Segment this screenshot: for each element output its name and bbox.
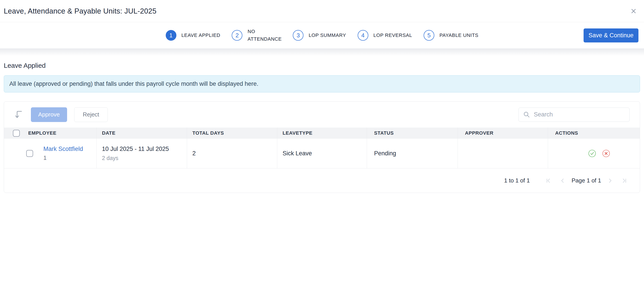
step-lop-summary[interactable]: 3 LOP SUMMARY	[293, 30, 346, 41]
x-circle-icon	[602, 150, 610, 157]
step-4-circle: 4	[358, 30, 368, 41]
last-page-button[interactable]	[622, 178, 627, 183]
date-range: 10 Jul 2025 - 11 Jul 2025	[102, 146, 187, 152]
row-checkbox[interactable]	[26, 150, 33, 157]
table-row: Mark Scottfield 1 10 Jul 2025 - 11 Jul 2…	[4, 139, 640, 168]
step-4-label: LOP REVERSAL	[374, 32, 412, 39]
reject-row-button[interactable]	[602, 150, 610, 157]
approve-button[interactable]: Approve	[31, 107, 67, 122]
header-employee-label: EMPLOYEE	[28, 130, 56, 136]
step-payable-units[interactable]: 5 PAYABLE UNITS	[424, 30, 478, 41]
header-date: DATE	[97, 128, 187, 139]
table-header-row: EMPLOYEE DATE TOTAL DAYS LEAVETYPE STATU…	[4, 128, 640, 139]
sort-button[interactable]	[15, 110, 22, 119]
cell-date: 10 Jul 2025 - 11 Jul 2025 2 days	[97, 139, 187, 168]
employee-name-link[interactable]: Mark Scottfield	[43, 146, 83, 152]
leave-table-panel: Approve Reject EMPLOYEE DATE TOTAL DAY	[4, 101, 640, 193]
search-icon	[523, 111, 530, 118]
cell-total-days: 2	[187, 139, 277, 168]
step-3-label: LOP SUMMARY	[308, 32, 346, 39]
cell-employee: Mark Scottfield 1	[4, 139, 97, 168]
employee-id: 1	[43, 154, 83, 161]
cell-leavetype: Sick Leave	[277, 139, 367, 168]
header-status: STATUS	[367, 128, 458, 139]
header-total-days: TOTAL DAYS	[187, 128, 277, 139]
table-toolbar: Approve Reject	[4, 102, 640, 128]
info-banner: All leave (approved or pending) that fal…	[4, 75, 640, 92]
step-1-circle: 1	[166, 30, 176, 41]
last-page-icon	[622, 178, 627, 183]
stepper-bar: 1 LEAVE APPLIED 2 NO ATTENDANCE 3 LOP SU…	[0, 22, 644, 48]
step-2-label: NO ATTENDANCE	[248, 28, 281, 43]
pagination-bar: 1 to 1 of 1 Page 1 of 1	[4, 168, 640, 193]
step-5-circle: 5	[424, 30, 434, 41]
header-actions: ACTIONS	[548, 128, 640, 139]
prev-page-button[interactable]	[560, 178, 565, 183]
section-heading: Leave Applied	[4, 62, 640, 69]
sort-descending-icon	[15, 110, 22, 119]
step-5-label: PAYABLE UNITS	[440, 32, 478, 39]
info-banner-text: All leave (approved or pending) that fal…	[9, 80, 258, 87]
leave-attendance-modal: Leave, Attendance & Payable Units: JUL-2…	[0, 0, 644, 193]
search-input[interactable]	[518, 108, 630, 122]
header-shadow	[0, 48, 644, 56]
header-employee: EMPLOYEE	[4, 128, 97, 139]
stepper: 1 LEAVE APPLIED 2 NO ATTENDANCE 3 LOP SU…	[166, 28, 478, 43]
header-leavetype: LEAVETYPE	[277, 128, 367, 139]
save-continue-button[interactable]: Save & Continue	[584, 28, 638, 42]
check-circle-icon	[588, 150, 596, 157]
first-page-icon	[545, 178, 551, 183]
first-page-button[interactable]	[545, 178, 551, 183]
step-2-circle: 2	[232, 30, 242, 41]
pagination-page-text: Page 1 of 1	[572, 177, 601, 184]
approve-row-button[interactable]	[588, 150, 596, 157]
modal-titlebar: Leave, Attendance & Payable Units: JUL-2…	[0, 0, 644, 22]
step-no-attendance[interactable]: 2 NO ATTENDANCE	[232, 28, 281, 43]
select-all-checkbox[interactable]	[13, 130, 20, 137]
header-approver: APPROVER	[458, 128, 548, 139]
chevron-left-icon	[560, 178, 565, 183]
step-1-label: LEAVE APPLIED	[182, 32, 220, 39]
reject-button[interactable]: Reject	[74, 107, 108, 122]
step-lop-reversal[interactable]: 4 LOP REVERSAL	[358, 30, 412, 41]
page-title: Leave, Attendance & Payable Units: JUL-2…	[4, 7, 630, 15]
close-button[interactable]	[630, 7, 637, 15]
cell-status: Pending	[367, 139, 458, 168]
step-leave-applied[interactable]: 1 LEAVE APPLIED	[166, 30, 220, 41]
pagination-range: 1 to 1 of 1	[504, 177, 530, 184]
close-icon	[630, 7, 637, 15]
search-box	[518, 108, 630, 122]
date-duration: 2 days	[102, 155, 187, 161]
step-3-circle: 3	[293, 30, 304, 41]
content-area: Leave Applied All leave (approved or pen…	[0, 62, 644, 193]
next-page-button[interactable]	[607, 178, 613, 183]
cell-approver	[458, 139, 548, 168]
chevron-right-icon	[607, 178, 613, 183]
cell-actions	[548, 139, 640, 168]
